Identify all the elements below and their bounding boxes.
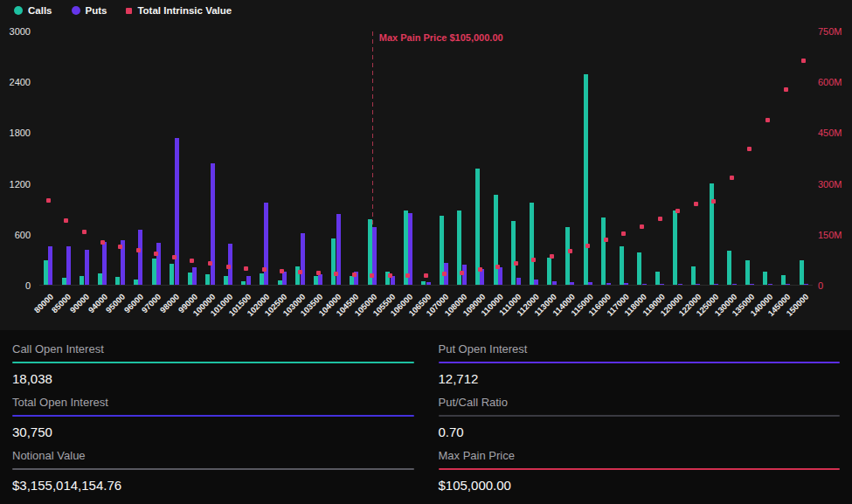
put-bar [462, 265, 467, 285]
put-bar [301, 233, 305, 285]
intrinsic-value-point [172, 255, 177, 259]
put-bar [211, 163, 215, 285]
axis-tick: 0 [818, 280, 823, 291]
stat-value: $3,155,014,154.76 [12, 478, 414, 493]
max-pain-annotation: Max Pain Price $105,000.00 [379, 32, 503, 43]
put-bar [552, 281, 557, 285]
call-bar [44, 260, 48, 285]
stat-accent-line [12, 415, 414, 417]
stat-label: Call Open Interest [12, 342, 414, 362]
call-bar [547, 258, 551, 285]
axis-tick: 0 [25, 280, 31, 291]
call-bar [745, 260, 750, 285]
intrinsic-value-point [136, 248, 141, 252]
strike-label: 97000 [140, 292, 163, 314]
call-bar [673, 211, 677, 285]
plot-area[interactable]: Max Pain Price $105,000.00 [39, 31, 813, 286]
stat-label: Total Open Interest [12, 396, 414, 415]
put-bar [246, 276, 251, 285]
put-bar [804, 284, 808, 285]
put-bar [318, 274, 322, 285]
stat-accent-line [439, 468, 841, 470]
call-bar [710, 183, 714, 285]
put-bar [264, 203, 268, 285]
put-bar [768, 284, 772, 285]
call-bar [800, 260, 804, 285]
put-bar [85, 250, 89, 285]
call-bar [421, 281, 426, 285]
call-bar [530, 203, 534, 285]
call-bar [260, 273, 264, 285]
call-bar [763, 272, 767, 285]
intrinsic-value-point [730, 176, 734, 180]
call-bar [691, 266, 696, 285]
left-y-axis: 06001200180024003000 [0, 31, 33, 286]
intrinsic-value-point [154, 252, 158, 256]
stat-value: $105,000.00 [439, 478, 841, 493]
stat-call-open-interest: Call Open Interest18,038 [12, 342, 414, 386]
intrinsic-value-point [765, 118, 770, 122]
put-bar [660, 284, 664, 285]
stat-notional-value: Notional Value$3,155,014,154.76 [12, 449, 414, 493]
intrinsic-value-point [370, 273, 374, 278]
axis-tick: 300M [818, 179, 842, 190]
series-dot-icon [14, 6, 23, 15]
intrinsic-value-point [280, 269, 284, 273]
intrinsic-value-point [352, 273, 357, 277]
call-bar [134, 280, 138, 285]
put-bar [714, 284, 718, 285]
stat-accent-line [12, 362, 414, 363]
strike-label: 95000 [104, 292, 127, 314]
intrinsic-value-point [585, 244, 590, 248]
put-bar [498, 267, 502, 285]
call-bar [781, 275, 786, 285]
call-bar [98, 273, 102, 285]
call-bar [278, 280, 282, 285]
axis-tick: 2400 [10, 77, 31, 87]
strike-label: 94000 [86, 292, 108, 314]
stat-label: Put/Call Ratio [439, 396, 841, 415]
stat-total-open-interest: Total Open Interest30,750 [12, 396, 414, 439]
intrinsic-value-point [514, 261, 518, 266]
intrinsic-value-point [424, 273, 428, 278]
call-bar [511, 221, 516, 285]
series-square-icon [126, 8, 132, 14]
intrinsic-value-point [675, 209, 680, 213]
call-bar [115, 277, 120, 285]
intrinsic-value-point [118, 245, 122, 249]
x-axis-labels: 8000085000900009400095000960009700098000… [39, 288, 813, 329]
legend-item-total-intrinsic-value[interactable]: Total Intrinsic Value [126, 5, 232, 16]
stat-accent-line [439, 415, 841, 417]
put-bar [588, 282, 592, 285]
axis-tick: 1800 [10, 128, 31, 138]
call-bar [241, 281, 246, 285]
intrinsic-value-point [405, 273, 410, 278]
legend-item-calls[interactable]: Calls [14, 5, 52, 16]
put-bar [282, 272, 287, 285]
legend-item-puts[interactable]: Puts [72, 5, 107, 16]
intrinsic-value-point [460, 271, 464, 275]
put-bar [426, 282, 431, 285]
stat-accent-line [12, 468, 414, 470]
put-bar [102, 242, 107, 285]
call-bar [62, 278, 66, 285]
put-bar [786, 284, 790, 285]
intrinsic-value-point [262, 267, 267, 272]
call-bar [494, 195, 498, 285]
intrinsic-value-point [550, 254, 554, 259]
intrinsic-value-point [388, 273, 392, 278]
call-bar [80, 276, 84, 285]
right-y-axis: 0150M300M450M600M750M [818, 31, 851, 286]
series-dot-icon [72, 6, 80, 15]
axis-tick: 600M [818, 77, 842, 87]
intrinsic-value-point [531, 258, 536, 262]
stat-put-open-interest: Put Open Interest12,712 [439, 342, 841, 386]
strike-label: 96000 [122, 292, 145, 314]
stat-value: 0.70 [439, 425, 841, 439]
intrinsic-value-point [298, 270, 302, 274]
call-bar [224, 276, 228, 285]
stat-label: Notional Value [12, 449, 414, 468]
strike-label: 98000 [158, 292, 181, 314]
stat-put-call-ratio: Put/Call Ratio0.70 [439, 396, 841, 439]
call-bar [655, 272, 660, 285]
